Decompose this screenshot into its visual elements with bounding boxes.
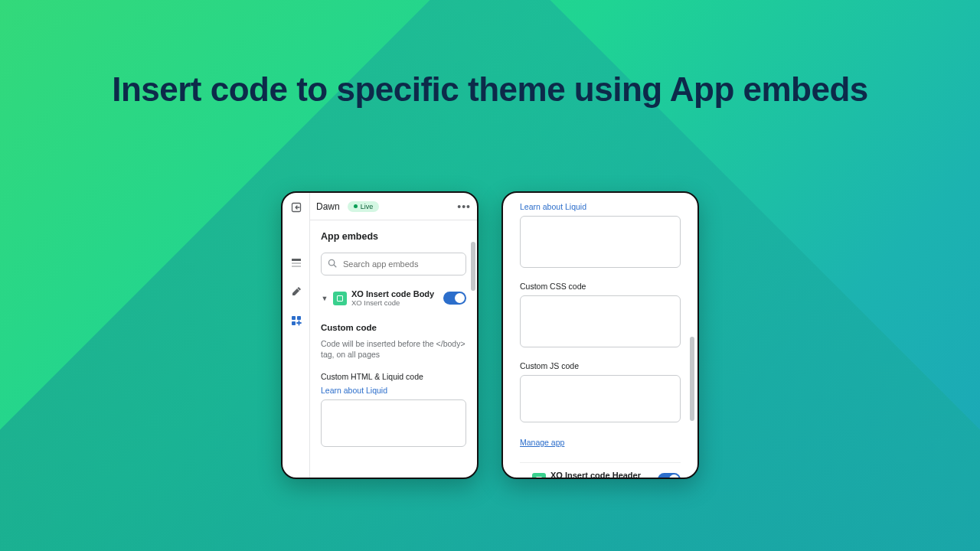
custom-code-description: Code will be inserted before the </body>…: [321, 338, 466, 360]
embed-title: XO Insert code Header: [550, 471, 653, 479]
html-liquid-label: Custom HTML & Liquid code: [321, 372, 466, 381]
svg-point-7: [328, 259, 334, 265]
html-liquid-textarea[interactable]: [321, 399, 466, 447]
custom-code-heading: Custom code: [321, 323, 466, 332]
app-embeds-heading: App embeds: [321, 231, 466, 242]
js-textarea[interactable]: [520, 375, 681, 422]
sections-icon[interactable]: [289, 256, 303, 269]
svg-rect-5: [297, 316, 301, 320]
scrollbar-thumb[interactable]: [690, 337, 694, 421]
right-screenshot-card: Learn about Liquid Custom CSS code Custo…: [501, 191, 699, 479]
app-badge-icon: [532, 473, 546, 479]
theme-name: Dawn: [316, 201, 340, 212]
chevron-down-icon[interactable]: ▼: [321, 295, 328, 302]
search-app-embeds[interactable]: [321, 253, 466, 276]
svg-rect-3: [292, 266, 301, 267]
live-dot-icon: [354, 204, 358, 208]
scrollbar[interactable]: [690, 199, 694, 471]
scrollbar[interactable]: [471, 223, 475, 473]
learn-liquid-link[interactable]: Learn about Liquid: [321, 386, 387, 395]
svg-rect-6: [292, 321, 296, 325]
embed-subtitle: XO Insert code: [351, 299, 439, 308]
html-liquid-textarea[interactable]: [520, 216, 681, 268]
left-screenshot-card: Dawn Live ••• App embeds: [281, 191, 479, 479]
embed-title: XO Insert code Body: [351, 289, 439, 299]
svg-rect-1: [292, 259, 301, 261]
more-icon[interactable]: •••: [457, 201, 471, 213]
exit-icon[interactable]: [289, 201, 303, 214]
scrollbar-thumb[interactable]: [471, 242, 475, 291]
learn-liquid-link[interactable]: Learn about Liquid: [520, 202, 586, 211]
svg-rect-4: [292, 316, 296, 320]
embed-item-body[interactable]: ▼ XO Insert code Body XO Insert code: [321, 289, 466, 308]
embed-toggle[interactable]: [443, 292, 466, 305]
chevron-right-icon[interactable]: ▶: [520, 476, 528, 479]
live-badge: Live: [348, 201, 380, 212]
app-embeds-icon[interactable]: [289, 314, 303, 328]
search-icon: [327, 258, 338, 269]
js-label: Custom JS code: [520, 361, 681, 370]
screenshot-pair: Dawn Live ••• App embeds: [0, 191, 980, 479]
css-textarea[interactable]: [520, 295, 681, 347]
manage-app-link[interactable]: Manage app: [520, 438, 564, 447]
theme-settings-icon[interactable]: [289, 285, 303, 298]
editor-siderail: [283, 193, 310, 478]
css-label: Custom CSS code: [520, 282, 681, 291]
embed-item-header[interactable]: ▶ XO Insert code Header XO Insert code: [520, 462, 681, 479]
page-headline: Insert code to specific theme using App …: [0, 70, 980, 108]
embed-toggle[interactable]: [658, 473, 681, 479]
svg-rect-2: [292, 262, 301, 264]
search-input[interactable]: [321, 253, 466, 276]
app-badge-icon: [333, 292, 347, 305]
editor-topbar: Dawn Live •••: [310, 193, 477, 220]
